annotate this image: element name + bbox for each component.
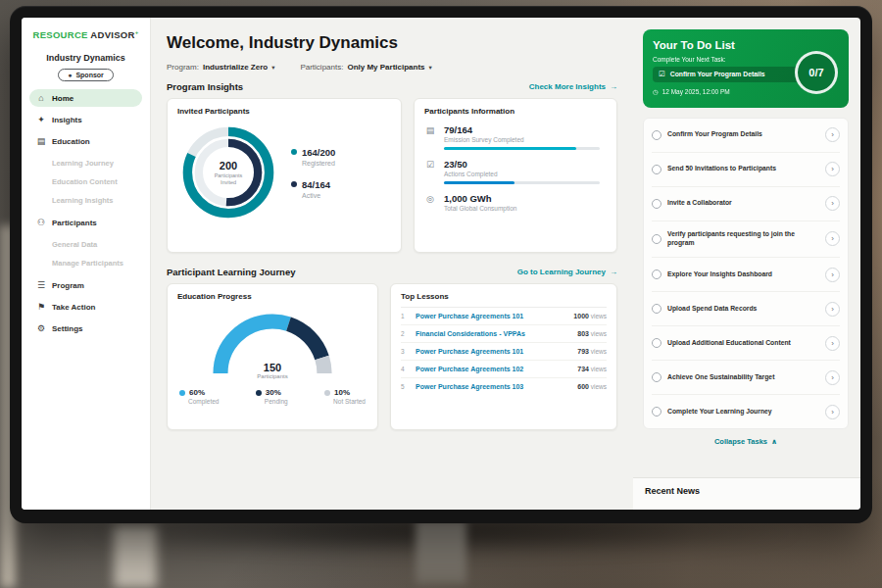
task-checkbox[interactable]: [652, 338, 662, 348]
sidebar-item-label: Participants: [52, 219, 97, 227]
task-checkbox[interactable]: [652, 234, 662, 244]
task-row[interactable]: Achieve One Sustainability Target ›: [652, 361, 840, 395]
check-more-insights-link[interactable]: Check More Insights →: [529, 82, 617, 91]
sidebar-item-label: Insights: [52, 116, 82, 124]
chevron-right-icon[interactable]: ›: [825, 162, 840, 176]
chevron-right-icon[interactable]: ›: [825, 405, 840, 419]
emission-survey-row: ▤ 79/164 Emission Survey Completed: [424, 124, 607, 150]
sidebar-item-education-content[interactable]: Education Content: [29, 172, 142, 191]
task-checkbox[interactable]: [652, 372, 662, 382]
chevron-right-icon[interactable]: ›: [825, 336, 840, 351]
progress-fill: [444, 147, 576, 150]
task-row[interactable]: Verify participants requesting to join t…: [652, 221, 840, 259]
sidebar-item-insights[interactable]: ✦ Insights: [29, 111, 142, 128]
legend-item-active: 84/164 Active: [291, 179, 335, 199]
participants-information-card: Participants Information ▤ 79/164 Emissi…: [414, 98, 617, 253]
clock-icon: ◷: [653, 88, 659, 96]
lesson-link[interactable]: Financial Considerations - VPPAs: [416, 330, 570, 337]
task-row[interactable]: Confirm Your Program Details ›: [652, 119, 840, 153]
consumption-row: ◎ 1,000 GWh Total Global Consumption: [424, 193, 607, 216]
sidebar: RESOURCE ADVISOR+ Industry Dynamics ● Sp…: [22, 18, 151, 510]
home-icon: ⌂: [36, 93, 46, 103]
sidebar-item-settings[interactable]: ⚙ Settings: [29, 319, 142, 337]
task-checkbox[interactable]: [652, 407, 662, 416]
task-row[interactable]: Upload Spend Data Records ›: [652, 292, 840, 326]
card-title: Education Progress: [177, 292, 368, 301]
chevron-right-icon[interactable]: ›: [825, 302, 840, 317]
task-checkbox[interactable]: [652, 130, 662, 140]
sponsor-icon: ●: [68, 72, 72, 78]
sponsor-badge: ● Sponsor: [58, 69, 114, 81]
lesson-views: 734 views: [577, 366, 607, 372]
legend-item-not-started: 10% Not Started: [324, 388, 366, 405]
task-checkbox[interactable]: [652, 199, 662, 209]
task-row[interactable]: Invite a Collaborator ›: [652, 187, 840, 221]
section-title: Participant Learning Journey: [167, 267, 295, 277]
sidebar-item-learning-insights[interactable]: Learning Insights: [29, 191, 142, 210]
task-checkbox[interactable]: [652, 270, 662, 279]
next-task-label: Confirm Your Program Details: [670, 71, 765, 77]
task-checkbox[interactable]: [652, 304, 662, 314]
sidebar-item-take-action[interactable]: ⚑ Take Action: [29, 298, 142, 316]
actions-label: Actions Completed: [444, 171, 607, 177]
lesson-row: 3 Power Purchase Agreements 101 793 view…: [401, 343, 607, 361]
registered-label: Registered: [302, 160, 335, 167]
lesson-rank: 2: [401, 330, 409, 337]
background-desk-object: [114, 525, 157, 588]
not-started-value: 10%: [334, 388, 350, 397]
lesson-row: 2 Financial Considerations - VPPAs 803 v…: [401, 325, 607, 343]
sidebar-item-general-data[interactable]: General Data: [29, 235, 142, 254]
legend-item-registered: 164/200 Registered: [291, 147, 335, 167]
learning-journey-header: Participant Learning Journey Go to Learn…: [167, 267, 617, 277]
consumption-value: 1,000 GWh: [444, 193, 607, 204]
task-row[interactable]: Complete Your Learning Journey ›: [652, 395, 840, 428]
task-row[interactable]: Upload Additional Educational Content ›: [652, 326, 840, 361]
todo-title: Your To Do List: [653, 39, 839, 51]
active-value: 84/164: [302, 179, 330, 190]
insights-cards-row: Invited Participants 200: [167, 98, 617, 253]
participants-icon: ⚇: [36, 218, 46, 227]
task-label: Explore Your Insights Dashboard: [667, 270, 819, 279]
sidebar-item-home[interactable]: ⌂ Home: [29, 89, 142, 107]
monitor-stand: [416, 519, 466, 584]
task-label: Confirm Your Program Details: [667, 130, 819, 139]
sidebar-item-learning-journey[interactable]: Learning Journey: [29, 154, 142, 172]
lesson-link[interactable]: Power Purchase Agreements 102: [416, 366, 570, 372]
chevron-right-icon[interactable]: ›: [825, 231, 840, 246]
program-filter-label: Program:: [167, 63, 199, 72]
lesson-link[interactable]: Power Purchase Agreements 101: [416, 313, 566, 319]
chevron-right-icon[interactable]: ›: [825, 370, 840, 385]
registered-dot: [291, 149, 297, 155]
sidebar-item-manage-participants[interactable]: Manage Participants: [29, 254, 142, 272]
sidebar-item-education[interactable]: ▤ Education: [29, 132, 142, 150]
sidebar-item-program[interactable]: ☰ Program: [29, 276, 142, 294]
task-row[interactable]: Send 50 Invitations to Participants ›: [652, 153, 840, 187]
check-icon: ☑: [659, 71, 665, 78]
participants-filter-dropdown[interactable]: Participants: Only My Participants ▾: [300, 63, 431, 72]
collapse-label: Collapse Tasks: [714, 437, 767, 446]
chevron-right-icon[interactable]: ›: [825, 196, 840, 211]
chevron-right-icon[interactable]: ›: [825, 268, 840, 282]
collapse-tasks-link[interactable]: Collapse Tasks ∧: [643, 429, 849, 452]
program-icon: ☰: [36, 280, 46, 290]
go-to-learning-journey-link[interactable]: Go to Learning Journey →: [517, 268, 617, 276]
task-row[interactable]: Explore Your Insights Dashboard ›: [652, 258, 840, 292]
completed-value: 60%: [189, 388, 205, 397]
todo-next-task[interactable]: ☑ Confirm Your Program Details: [653, 67, 800, 82]
sidebar-item-participants[interactable]: ⚇ Participants: [29, 214, 142, 231]
actions-value: 23/50: [444, 159, 607, 170]
invited-total: 200: [220, 160, 237, 172]
task-checkbox[interactable]: [652, 165, 662, 174]
lesson-rank: 5: [401, 383, 409, 390]
collapse-caret-icon: ∧: [771, 437, 777, 446]
due-label: 12 May 2025, 12:00 PM: [662, 88, 730, 95]
program-filter-dropdown[interactable]: Program: Industrialize Zero ▾: [167, 63, 274, 72]
lesson-row: 1 Power Purchase Agreements 101 1000 vie…: [401, 308, 607, 325]
lesson-link[interactable]: Power Purchase Agreements 103: [416, 383, 570, 390]
lesson-link[interactable]: Power Purchase Agreements 101: [416, 348, 570, 355]
chevron-right-icon[interactable]: ›: [825, 127, 840, 142]
recent-news-header: Recent News: [633, 477, 860, 510]
chevron-down-icon: ▾: [271, 64, 274, 72]
arrow-right-icon: →: [610, 268, 617, 276]
active-label: Active: [302, 192, 335, 199]
